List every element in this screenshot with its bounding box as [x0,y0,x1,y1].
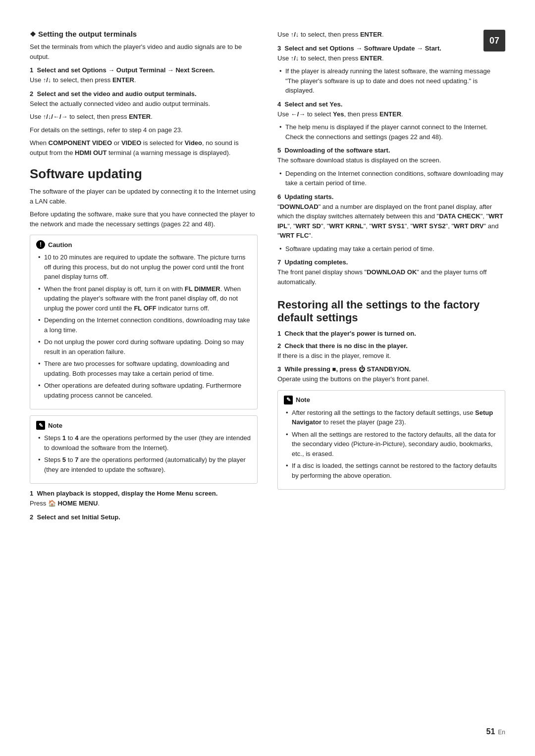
step6-right: 6 Updating starts. "DOWNLOAD" and a numb… [277,193,505,254]
step3-right-heading: 3 Select and set Options → Software Upda… [277,45,505,52]
software-updating-intro: The software of the player can be update… [30,187,258,206]
page-badge: 07 [483,30,505,51]
step2-text: Select and set the video and audio outpu… [37,90,196,98]
restoring-title: Restoring all the settings to the factor… [277,299,505,325]
note-list-restoring: After restoring all the settings to the … [284,408,499,481]
caution-list: 10 to 20 minutes are required to update … [36,252,251,400]
note-title-restoring: ✎ Note [284,396,499,404]
step3-right: 3 Select and set Options → Software Upda… [277,45,505,96]
step6-right-detail1: "DOWNLOAD" and a number are displayed on… [277,202,505,241]
step2-software: 2 Select and set Initial Setup. [30,513,258,521]
step1-software-num: 1 [30,490,37,497]
note-title-software: ✎ Note [36,421,251,430]
caution-box: ! Caution 10 to 20 minutes are required … [30,235,258,409]
caution-item-3: Depending on the Internet connection con… [36,315,251,335]
step6-right-num: 6 [277,193,284,201]
page: 07 ❖ Setting the output terminals Set th… [0,0,535,756]
step2-software-text: Select and set Initial Setup. [37,513,120,521]
setting-output-title: Setting the output terminals [38,30,137,38]
note-label-restoring: Note [296,396,310,403]
restore-step2-text: Check that there is no disc in the playe… [284,342,408,350]
restoring-section: Restoring all the settings to the factor… [277,299,505,490]
step2-num: 2 [30,90,37,98]
step6-right-note: Software updating may take a certain per… [277,244,505,254]
setting-output-intro: Set the terminals from which the player'… [30,42,258,61]
note-icon-software: ✎ [36,421,45,430]
step5-right-notes: Depending on the Internet connection con… [277,169,505,188]
diamond-icon: ❖ [30,30,36,38]
left-column: ❖ Setting the output terminals Set the t… [30,30,258,726]
step7-right-num: 7 [277,258,284,266]
step1-output-heading: 1 Select and set Options → Output Termin… [30,66,258,74]
step7-right-detail: The front panel display shows "DOWNLOAD … [277,267,505,287]
step7-right-text: Updating completes. [284,258,348,266]
step5-right-note: Depending on the Internet connection con… [277,169,505,188]
step1-software: 1 When playback is stopped, display the … [30,490,258,508]
step1-software-heading: 1 When playback is stopped, display the … [30,490,258,497]
step3-right-note: If the player is already running the lat… [277,66,505,96]
setting-output-terminals-section: ❖ Setting the output terminals Set the t… [30,30,258,157]
note-icon-restoring: ✎ [284,396,293,404]
note-item-restoring-3: If a disc is loaded, the settings cannot… [284,461,499,480]
two-column-layout: ❖ Setting the output terminals Set the t… [30,30,505,726]
caution-title: ! Caution [36,240,251,249]
step1-detail: Use ↑/↓ to select, then press ENTER. [30,75,258,85]
caution-item-2: When the front panel display is off, tur… [36,284,251,313]
note-box-restoring: ✎ Note After restoring all the settings … [277,390,505,490]
step6-right-heading: 6 Updating starts. [277,193,505,201]
note-item-software-1: Steps 1 to 4 are the operations performe… [36,433,251,453]
note-item-software-2: Steps 5 to 7 are the operations performe… [36,455,251,474]
restore-step2-detail: If there is a disc in the player, remove… [277,351,505,361]
step3-right-num: 3 [277,45,284,52]
caution-icon: ! [36,240,45,249]
restore-step3-detail: Operate using the buttons on the player'… [277,374,505,384]
step6-right-notes: Software updating may take a certain per… [277,244,505,254]
step1-text: Select and set Options → Output Terminal… [37,66,214,74]
caution-item-4: Do not unplug the power cord during soft… [36,337,251,356]
page-number: 51 [486,727,495,736]
step5-right: 5 Downloading of the software start. The… [277,147,505,188]
step1-software-text: When playback is stopped, display the Ho… [37,490,217,497]
home-menu-label: HOME MENU [57,500,98,507]
step1-software-press: Press 🏠 HOME MENU. [30,499,258,508]
step4-right-note: The help menu is displayed if the player… [277,122,505,142]
step2-detail1: Select the actually connected video and … [30,99,258,109]
note-item-restoring-1: After restoring all the settings to the … [284,408,499,427]
step1-output: 1 Select and set Options → Output Termin… [30,66,258,85]
note-item-restoring-2: When all the settings are restored to th… [284,430,499,459]
step3-right-text: Select and set Options → Software Update… [284,45,441,52]
restore-step3: 3 While pressing ■, press ⏻ STANDBY/ON. … [277,365,505,384]
note-label-software: Note [48,422,62,429]
step7-right-heading: 7 Updating completes. [277,258,505,266]
step2-detail3: For details on the settings, refer to st… [30,125,258,135]
note-list-software: Steps 1 to 4 are the operations performe… [36,433,251,474]
right-top-arrows: Use ↑/↓ to select, then press ENTER. [277,30,505,40]
step2-detail4: When COMPONENT VIDEO or VIDEO is selecte… [30,138,258,157]
restore-step3-text: While pressing ■, press ⏻ STANDBY/ON. [284,365,411,373]
software-updating-section: Software updating The software of the pl… [30,166,258,521]
step5-right-detail: The software download status is displaye… [277,155,505,165]
note-box-software: ✎ Note Steps 1 to 4 are the operations p… [30,415,258,484]
step3-right-detail: Use ↑/↓ to select, then press ENTER. [277,53,505,63]
restore-step1-heading: 1 Check that the player's power is turne… [277,330,505,337]
software-updating-title: Software updating [30,166,258,182]
step4-right: 4 Select and set Yes. Use ←/→ to select … [277,101,505,142]
step7-right: 7 Updating completes. The front panel di… [277,258,505,287]
caution-item-6: Other operations are defeated during sof… [36,381,251,400]
restore-step1-text: Check that the player's power is turned … [284,330,416,337]
restore-step2: 2 Check that there is no disc in the pla… [277,342,505,361]
restore-step2-heading: 2 Check that there is no disc in the pla… [277,342,505,350]
step5-right-num: 5 [277,147,284,154]
caution-item-1: 10 to 20 minutes are required to update … [36,252,251,282]
step3-right-notes: If the player is already running the lat… [277,66,505,96]
restore-step3-heading: 3 While pressing ■, press ⏻ STANDBY/ON. [277,365,505,373]
caution-item-5: There are two processes for software upd… [36,359,251,378]
page-lang: En [498,729,505,736]
step4-right-num: 4 [277,101,284,108]
restore-step3-num: 3 [277,365,284,373]
step6-right-text: Updating starts. [284,193,333,201]
step2-detail2: Use ↑/↓/←/→ to select, then press ENTER. [30,112,258,122]
step4-right-text: Select and set Yes. [284,101,342,108]
step2-software-heading: 2 Select and set Initial Setup. [30,513,258,521]
home-icon: 🏠 [48,500,58,507]
